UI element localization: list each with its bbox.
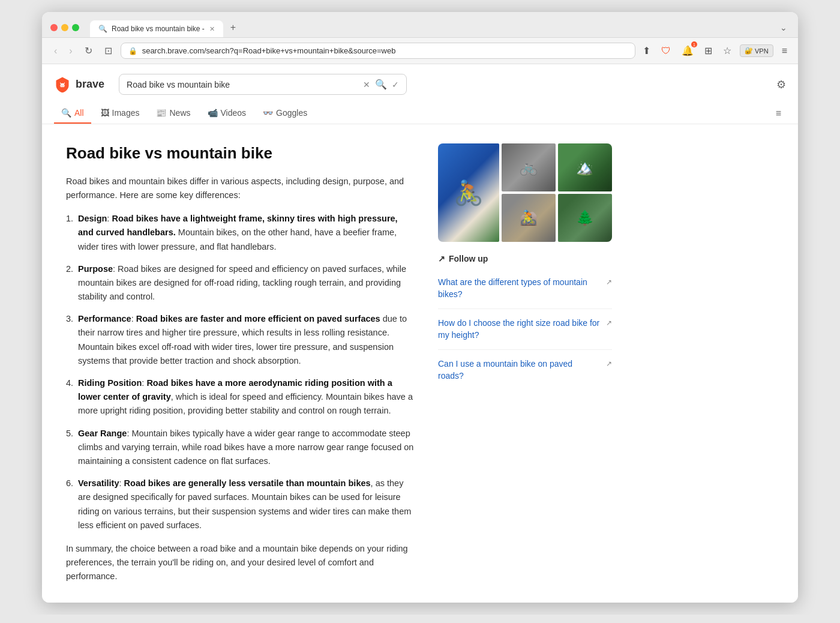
item-bold: Road bikes are faster and more efficient… bbox=[136, 314, 380, 324]
images-tab-label: Images bbox=[112, 108, 140, 118]
tab-videos[interactable]: 📹 Videos bbox=[200, 103, 254, 124]
follow-up-header: ↗ Follow up bbox=[438, 254, 612, 263]
image-cell-4[interactable] bbox=[502, 194, 556, 242]
window-controls-right: ⌄ bbox=[778, 20, 790, 35]
videos-tab-icon: 📹 bbox=[208, 108, 218, 118]
tab-title: Road bike vs mountain bike - bbox=[112, 25, 205, 33]
item-label: Versatility bbox=[78, 478, 119, 488]
all-tab-icon: 🔍 bbox=[61, 108, 71, 118]
traffic-lights bbox=[50, 24, 79, 31]
brave-logo-svg bbox=[54, 76, 71, 93]
back-button[interactable]: ‹ bbox=[50, 43, 61, 59]
tab-images[interactable]: 🖼 Images bbox=[94, 103, 147, 124]
active-tab[interactable]: 🔍 Road bike vs mountain bike - ✕ bbox=[90, 20, 223, 37]
forward-button[interactable]: › bbox=[65, 43, 76, 59]
tab-all[interactable]: 🔍 All bbox=[54, 103, 91, 124]
list-num: 4. bbox=[66, 376, 73, 390]
new-tab-button[interactable]: + bbox=[224, 18, 242, 37]
follow-up-item-1[interactable]: What are the different types of mountain… bbox=[438, 268, 612, 309]
follow-up-ext-icon-2: ↗ bbox=[606, 319, 612, 327]
follow-up-arrow-icon: ↗ bbox=[438, 254, 445, 263]
search-box[interactable]: ✕ 🔍 ✓ bbox=[119, 74, 407, 95]
image-grid[interactable] bbox=[438, 143, 612, 242]
follow-up-ext-icon-3: ↗ bbox=[606, 360, 612, 368]
main-content: Road bike vs mountain bike Road bikes an… bbox=[42, 124, 798, 603]
item-label: Riding Position bbox=[78, 378, 142, 388]
share-button[interactable]: ⬆ bbox=[640, 43, 653, 59]
brave-header: brave ✕ 🔍 ✓ ⚙ bbox=[54, 74, 786, 95]
list-num: 1. bbox=[66, 212, 73, 226]
list-item: 1. Design: Road bikes have a lightweight… bbox=[66, 212, 414, 254]
follow-up-link-2[interactable]: How do I choose the right size road bike… bbox=[438, 318, 600, 341]
vpn-button[interactable]: 🔐 VPN bbox=[740, 44, 773, 57]
list-item: 5. Gear Range: Mountain bikes typically … bbox=[66, 427, 414, 469]
follow-up-link-3[interactable]: Can I use a mountain bike on paved roads… bbox=[438, 358, 600, 382]
goggles-tab-icon: 👓 bbox=[263, 108, 273, 118]
wallet-notification[interactable]: 🔔 1 bbox=[679, 43, 696, 59]
list-num: 6. bbox=[66, 477, 73, 490]
follow-up-item-3[interactable]: Can I use a mountain bike on paved roads… bbox=[438, 350, 612, 390]
list-num: 5. bbox=[66, 427, 73, 441]
bookmark-button[interactable]: ⊡ bbox=[101, 43, 116, 59]
follow-up-item-2[interactable]: How do I choose the right size road bike… bbox=[438, 309, 612, 350]
bookmarks-button[interactable]: ☆ bbox=[721, 43, 734, 59]
image-cell-1[interactable] bbox=[438, 143, 499, 242]
sidebar-toggle-button[interactable]: ⊞ bbox=[702, 43, 715, 59]
address-bar[interactable]: 🔒 search.brave.com/search?q=Road+bike+vs… bbox=[121, 43, 635, 59]
tab-bar: 🔍 Road bike vs mountain bike - ✕ + bbox=[90, 18, 772, 37]
lock-icon: 🔒 bbox=[128, 47, 137, 55]
search-settings-button[interactable]: ⚙ bbox=[776, 78, 786, 91]
follow-up-section: ↗ Follow up What are the different types… bbox=[438, 254, 612, 391]
follow-up-link-1[interactable]: What are the different types of mountain… bbox=[438, 277, 600, 300]
result-title: Road bike vs mountain bike bbox=[66, 143, 414, 164]
news-tab-label: News bbox=[169, 108, 190, 118]
brave-logo-text: brave bbox=[76, 78, 104, 91]
image-cell-3[interactable] bbox=[558, 143, 612, 191]
address-text: search.brave.com/search?q=Road+bike+vs+m… bbox=[142, 46, 628, 55]
maximize-button[interactable] bbox=[72, 24, 79, 31]
title-bar: 🔍 Road bike vs mountain bike - ✕ + ⌄ bbox=[42, 12, 798, 38]
reload-button[interactable]: ↻ bbox=[81, 43, 96, 59]
videos-tab-label: Videos bbox=[221, 108, 247, 118]
list-num: 3. bbox=[66, 312, 73, 326]
close-button[interactable] bbox=[50, 24, 58, 31]
item-bold: Road bikes are generally less versatile … bbox=[124, 478, 371, 488]
search-filter-button[interactable]: ≡ bbox=[771, 103, 786, 124]
images-tab-icon: 🖼 bbox=[101, 108, 109, 118]
navigation-bar: ‹ › ↻ ⊡ 🔒 search.brave.com/search?q=Road… bbox=[42, 38, 798, 64]
minimize-button[interactable] bbox=[61, 24, 68, 31]
follow-up-ext-icon-1: ↗ bbox=[606, 278, 612, 286]
list-item: 2. Purpose: Road bikes are designed for … bbox=[66, 262, 414, 304]
item-label: Performance bbox=[78, 314, 131, 324]
search-input[interactable] bbox=[127, 80, 358, 89]
item-label: Design bbox=[78, 214, 107, 223]
content-right: ↗ Follow up What are the different types… bbox=[438, 143, 612, 583]
image-cell-2[interactable] bbox=[502, 143, 556, 191]
follow-up-title: Follow up bbox=[449, 254, 488, 263]
search-clear-button[interactable]: ✕ bbox=[363, 80, 370, 89]
result-list: 1. Design: Road bikes have a lightweight… bbox=[66, 212, 414, 532]
tab-news[interactable]: 📰 News bbox=[149, 103, 197, 124]
item-label: Gear Range bbox=[78, 429, 127, 438]
item-label: Purpose bbox=[78, 264, 113, 274]
image-cell-5[interactable] bbox=[558, 194, 612, 242]
vpn-icon: 🔐 bbox=[745, 47, 753, 55]
notification-badge: 1 bbox=[691, 41, 697, 47]
brave-logo[interactable]: brave bbox=[54, 76, 104, 93]
search-tabs: 🔍 All 🖼 Images 📰 News 📹 Videos 👓 Goggles… bbox=[54, 103, 786, 124]
search-submit-button[interactable]: 🔍 bbox=[375, 79, 387, 90]
goggles-tab-label: Goggles bbox=[276, 108, 307, 118]
result-intro: Road bikes and mountain bikes differ in … bbox=[66, 175, 414, 202]
news-tab-icon: 📰 bbox=[156, 108, 166, 118]
search-check-icon[interactable]: ✓ bbox=[392, 80, 399, 89]
item-bold: Road bikes have a lightweight frame, ski… bbox=[78, 214, 398, 237]
tab-favicon: 🔍 bbox=[98, 25, 107, 33]
search-section: brave ✕ 🔍 ✓ ⚙ 🔍 All 🖼 Images 📰 bbox=[42, 64, 798, 124]
list-item: 3. Performance: Road bikes are faster an… bbox=[66, 312, 414, 368]
result-summary: In summary, the choice between a road bi… bbox=[66, 542, 414, 584]
brave-shield-button[interactable]: 🛡 bbox=[659, 43, 673, 59]
menu-button[interactable]: ≡ bbox=[779, 43, 790, 59]
vpn-label: VPN bbox=[755, 47, 769, 55]
tab-goggles[interactable]: 👓 Goggles bbox=[256, 103, 314, 124]
tab-close-button[interactable]: ✕ bbox=[209, 25, 215, 33]
